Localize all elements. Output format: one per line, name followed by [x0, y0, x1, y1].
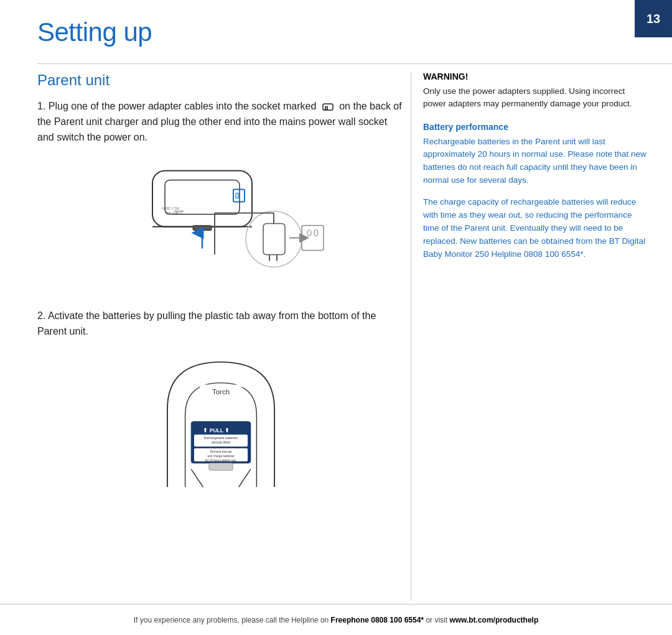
- svg-point-24: [314, 229, 318, 236]
- page-number: 13: [646, 12, 660, 26]
- warning-title: WARNING!: [423, 72, 647, 81]
- footer-text: If you experience any problems, please c…: [134, 616, 539, 624]
- power-adapter-diagram: ⚠ DC 7.5V 500 mA: [115, 157, 327, 294]
- svg-rect-13: [236, 193, 238, 198]
- usb-icon: [321, 99, 335, 114]
- svg-point-23: [307, 229, 311, 236]
- svg-text:and charge batteries: and charge batteries: [207, 455, 235, 458]
- column-divider: [411, 72, 411, 601]
- svg-text:Rechargeable batteries: Rechargeable batteries: [204, 437, 238, 440]
- svg-line-38: [191, 470, 203, 488]
- svg-text:⚠ DC 7.5V: ⚠ DC 7.5V: [161, 206, 179, 210]
- svg-rect-37: [209, 463, 233, 470]
- right-column: WARNING! Only use the power adapters sup…: [423, 72, 647, 601]
- warning-text: Only use the power adapters supplied. Us…: [423, 85, 647, 111]
- svg-rect-12: [233, 189, 245, 202]
- svg-text:for 16 hours before use.: for 16 hours before use.: [205, 459, 237, 462]
- svg-text:Torch: Torch: [212, 388, 230, 396]
- battery-tab-diagram: Torch ⬆ PULL ⬆ Rechargeable batteries al…: [146, 350, 296, 487]
- svg-rect-22: [302, 225, 324, 250]
- svg-text:Remove this tab: Remove this tab: [210, 451, 232, 454]
- svg-rect-0: [323, 104, 333, 110]
- battery-performance-para1: Rechargeable batteries in the Parent uni…: [423, 136, 647, 188]
- page-title: Setting up: [37, 17, 152, 47]
- svg-text:⬆ PULL ⬆: ⬆ PULL ⬆: [203, 427, 230, 433]
- header-divider: [37, 63, 672, 64]
- section-title: Parent unit: [37, 72, 404, 89]
- step2-text: 2. Activate the batteries by pulling the…: [37, 308, 404, 340]
- svg-rect-7: [193, 225, 212, 230]
- footer-phone: Freephone 0808 100 6554*: [331, 616, 424, 624]
- footer-bar: If you experience any problems, please c…: [0, 604, 672, 635]
- step1-text: 1. Plug one of the power adapter cables …: [37, 99, 404, 146]
- left-column: Parent unit 1. Plug one of the power ada…: [37, 72, 404, 601]
- svg-rect-4: [152, 170, 252, 226]
- page-number-tab: 13: [635, 0, 672, 37]
- footer-url: www.bt.com/producthelp: [449, 616, 538, 624]
- svg-line-39: [239, 470, 251, 488]
- svg-text:already fitted: already fitted: [212, 441, 230, 445]
- battery-performance-title: Battery performance: [423, 122, 647, 132]
- svg-rect-16: [263, 223, 285, 254]
- battery-performance-para2: The charge capacity of rechargeable batt…: [423, 196, 647, 261]
